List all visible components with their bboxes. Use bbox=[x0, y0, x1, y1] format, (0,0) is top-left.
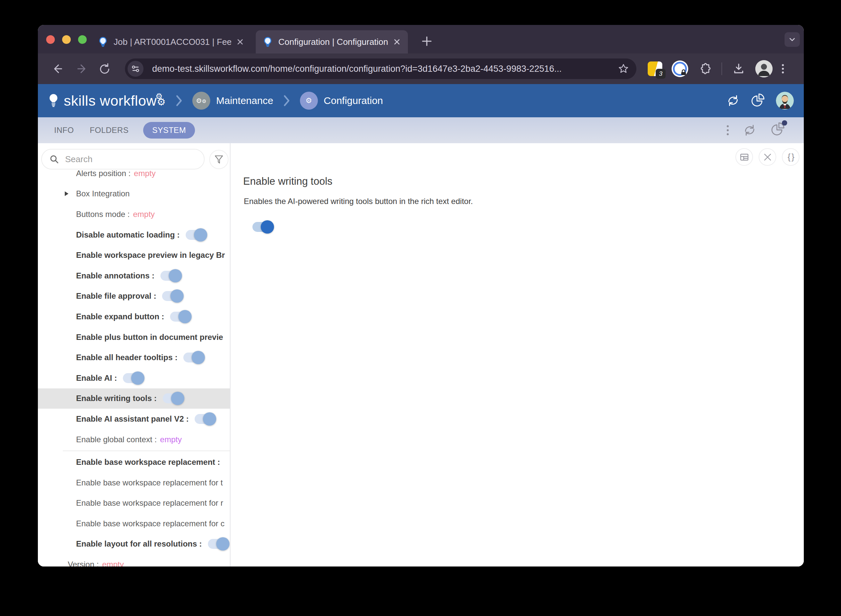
toggle-knob bbox=[203, 412, 216, 425]
maintenance-gears-icon: ⚙⚙ bbox=[192, 92, 210, 110]
forward-button[interactable] bbox=[75, 63, 88, 75]
config-item-label: Enable base workspace replacement for r bbox=[76, 499, 223, 508]
toggle-switch[interactable] bbox=[170, 312, 189, 322]
toggle-switch[interactable] bbox=[162, 291, 181, 301]
config-item[interactable]: Enable AI : bbox=[38, 368, 230, 389]
app-header: skills workflow ⚙⚙ ⚙⚙ Maintenance ⚙ Conf… bbox=[38, 84, 804, 117]
config-item-value: empty bbox=[134, 169, 155, 178]
browser-toolbar: demo-test.skillsworkflow.com/home/config… bbox=[38, 53, 804, 84]
config-item[interactable]: Enable global context :empty bbox=[38, 429, 230, 450]
fullscreen-window-button[interactable] bbox=[78, 35, 87, 44]
config-item[interactable]: Box Integration bbox=[38, 184, 230, 204]
config-item[interactable]: Enable workspace preview in legacy Br bbox=[38, 245, 230, 265]
close-window-button[interactable] bbox=[46, 35, 55, 44]
configuration-list: Alerts position :emptyBox IntegrationBut… bbox=[38, 163, 230, 566]
reload-button[interactable] bbox=[98, 63, 111, 75]
table-view-button[interactable] bbox=[736, 148, 753, 166]
toggle-switch[interactable] bbox=[160, 271, 180, 281]
config-item[interactable]: Enable base workspace replacement : bbox=[38, 452, 230, 472]
config-item[interactable]: Enable base workspace replacement for t bbox=[38, 472, 230, 493]
downloads-button[interactable] bbox=[731, 62, 746, 76]
app-logo[interactable]: skills workflow ⚙⚙ bbox=[48, 93, 166, 109]
tab-folders[interactable]: FOLDERS bbox=[90, 126, 129, 135]
config-item[interactable]: Enable all header tooltips : bbox=[38, 347, 230, 368]
config-item-label: Buttons mode : bbox=[76, 210, 129, 219]
toggle-switch[interactable] bbox=[163, 393, 182, 403]
tab-system[interactable]: SYSTEM bbox=[143, 122, 195, 139]
browser-menu-kebab-icon[interactable] bbox=[782, 64, 784, 73]
expander-triangle-icon[interactable] bbox=[65, 191, 69, 196]
toggle-knob bbox=[194, 228, 207, 242]
new-tab-button[interactable] bbox=[420, 35, 433, 47]
json-braces-button[interactable]: { } bbox=[782, 148, 800, 166]
toggle-knob bbox=[178, 310, 192, 323]
config-item-label: Enable expand button : bbox=[76, 312, 164, 321]
url-text: demo-test.skillsworkflow.com/home/config… bbox=[152, 64, 614, 74]
config-item[interactable]: Version :empty bbox=[38, 554, 230, 566]
toggle-knob bbox=[170, 289, 184, 303]
breadcrumb-maintenance[interactable]: ⚙⚙ Maintenance bbox=[192, 92, 273, 110]
bookmark-star-icon[interactable] bbox=[618, 63, 629, 75]
toggle-switch[interactable] bbox=[183, 352, 203, 362]
breadcrumb-chevron-icon bbox=[283, 95, 290, 107]
config-item-value: empty bbox=[160, 435, 182, 444]
browser-tab-job[interactable]: Job | ART0001ACCO031 | Fee bbox=[91, 30, 251, 53]
user-avatar[interactable] bbox=[776, 92, 794, 110]
lightbulb-favicon-icon bbox=[262, 37, 273, 47]
configuration-gear-icon: ⚙ bbox=[300, 92, 318, 110]
back-button[interactable] bbox=[52, 63, 64, 75]
lightbulb-favicon-icon bbox=[98, 37, 108, 47]
writing-tools-toggle[interactable] bbox=[252, 222, 272, 232]
config-item[interactable]: Enable base workspace replacement for r bbox=[38, 493, 230, 514]
options-kebab-icon[interactable] bbox=[727, 125, 729, 135]
breadcrumb-configuration[interactable]: ⚙ Configuration bbox=[300, 92, 383, 110]
brand-gears-icon: ⚙⚙ bbox=[155, 94, 166, 105]
config-item-label: Enable layout for all resolutions : bbox=[76, 539, 202, 549]
config-item[interactable]: Enable file approval : bbox=[38, 286, 230, 307]
config-item[interactable]: Enable annotations : bbox=[38, 265, 230, 286]
toggle-switch[interactable] bbox=[208, 539, 227, 549]
config-item-label: Version : bbox=[68, 560, 99, 566]
brand-name: skills workflow bbox=[64, 93, 157, 109]
config-item[interactable]: Alerts position :empty bbox=[38, 163, 230, 184]
address-bar[interactable]: demo-test.skillsworkflow.com/home/config… bbox=[125, 59, 636, 79]
config-item-label: Enable AI assistant panel V2 : bbox=[76, 414, 189, 424]
close-tab-icon[interactable] bbox=[393, 38, 401, 46]
config-item[interactable]: Enable expand button : bbox=[38, 307, 230, 327]
config-item[interactable]: Enable AI assistant panel V2 : bbox=[38, 409, 230, 429]
toggle-switch[interactable] bbox=[123, 373, 142, 383]
pie-chart-icon[interactable] bbox=[771, 122, 785, 138]
config-item-value: empty bbox=[133, 210, 154, 219]
config-item[interactable]: Enable plus button in document previe bbox=[38, 327, 230, 348]
config-item[interactable]: Enable writing tools : bbox=[38, 389, 230, 409]
tab-search-chevron-icon[interactable] bbox=[785, 32, 800, 47]
tab-info[interactable]: INFO bbox=[54, 126, 74, 135]
site-info-icon[interactable] bbox=[127, 61, 144, 77]
config-item[interactable]: Enable layout for all resolutions : bbox=[38, 534, 230, 554]
sync-refresh-icon[interactable] bbox=[726, 94, 740, 108]
browser-profile-avatar[interactable] bbox=[755, 60, 772, 78]
browser-tab-configuration[interactable]: Configuration | Configuration bbox=[256, 30, 408, 53]
config-item[interactable]: Enable base workspace replacement for c bbox=[38, 513, 230, 534]
toggle-switch[interactable] bbox=[195, 414, 214, 424]
toolbar-divider bbox=[721, 63, 722, 75]
section-tabs: INFO FOLDERS SYSTEM bbox=[38, 117, 804, 143]
close-panel-button[interactable] bbox=[759, 148, 776, 166]
extensions-puzzle-icon[interactable] bbox=[697, 62, 712, 76]
extension-icon-yellow[interactable]: 3 bbox=[648, 62, 662, 76]
notification-dot bbox=[782, 120, 787, 126]
tab-title: Job | ART0001ACCO031 | Fee bbox=[114, 37, 231, 47]
minimize-window-button[interactable] bbox=[62, 35, 71, 44]
toggle-switch[interactable] bbox=[186, 230, 205, 240]
config-item[interactable]: Buttons mode :empty bbox=[38, 204, 230, 224]
close-tab-icon[interactable] bbox=[236, 38, 245, 46]
config-item[interactable]: Disable automatic loading : bbox=[38, 224, 230, 245]
pie-chart-icon[interactable] bbox=[751, 93, 765, 108]
setting-description: Enables the AI-powered writing tools but… bbox=[244, 197, 804, 206]
refresh-icon[interactable] bbox=[743, 123, 757, 137]
browser-tab-strip: Job | ART0001ACCO031 | Fee Configuration… bbox=[38, 25, 804, 53]
password-manager-icon[interactable] bbox=[672, 60, 688, 77]
config-item-label: Enable AI : bbox=[76, 374, 117, 383]
config-item-label: Enable annotations : bbox=[76, 271, 154, 280]
toggle-knob bbox=[169, 269, 182, 282]
